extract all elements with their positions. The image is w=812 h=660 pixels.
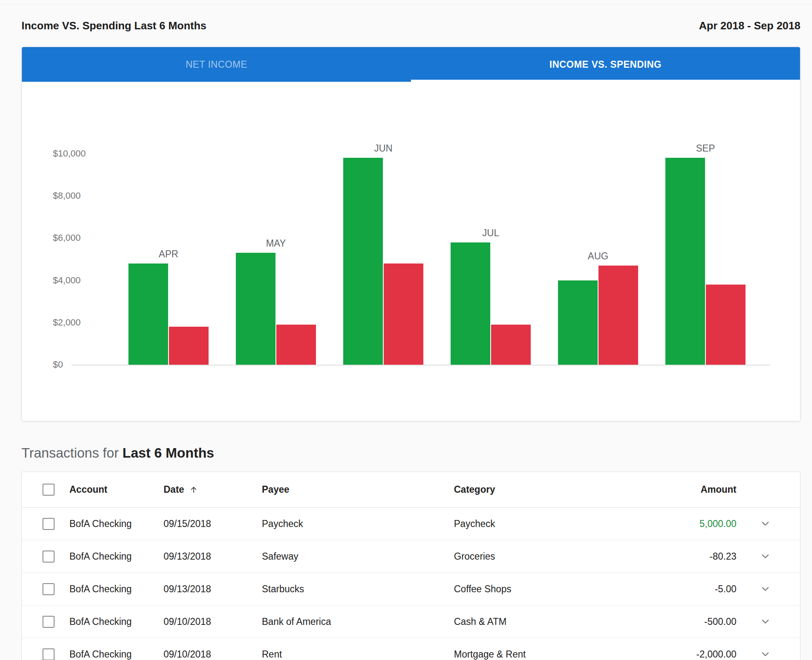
spending-bar[interactable] xyxy=(598,266,638,365)
column-header-amount[interactable]: Amount xyxy=(658,484,736,495)
month-label: SEP xyxy=(665,142,746,154)
income-bar[interactable] xyxy=(451,242,490,365)
month-label: MAY xyxy=(236,237,316,249)
cell-category: Cash & ATM xyxy=(454,616,658,627)
table-header-row: Account Date Payee Category Amount xyxy=(22,472,800,508)
row-checkbox[interactable] xyxy=(43,616,55,628)
table-row: BofA Checking09/13/2018StarbucksCoffee S… xyxy=(22,573,800,605)
cell-amount: 5,000.00 xyxy=(658,518,736,529)
month-label: AUG xyxy=(558,250,638,262)
cell-account: BofA Checking xyxy=(69,584,164,595)
cell-date: 09/13/2018 xyxy=(164,584,262,595)
month-label: JUN xyxy=(343,142,423,154)
date-range: Apr 2018 - Sep 2018 xyxy=(699,19,800,32)
table-row: BofA Checking09/10/2018RentMortgage & Re… xyxy=(22,638,800,660)
y-axis-label: $4,000 xyxy=(53,275,107,286)
cell-category: Mortgage & Rent xyxy=(454,649,658,660)
cell-date: 09/15/2018 xyxy=(164,518,262,529)
x-axis-line xyxy=(71,365,770,366)
table-row: BofA Checking09/10/2018Bank of AmericaCa… xyxy=(22,605,800,638)
income-bar[interactable] xyxy=(128,264,168,365)
cell-payee: Bank of America xyxy=(262,616,454,627)
cell-category: Groceries xyxy=(454,551,658,562)
tab-bar: NET INCOME INCOME VS. SPENDING xyxy=(22,47,800,82)
cell-category: Coffee Shops xyxy=(454,584,658,595)
cell-date: 09/10/2018 xyxy=(164,616,262,627)
income-bar[interactable] xyxy=(236,253,275,365)
income-bar[interactable] xyxy=(558,280,598,365)
chevron-down-icon[interactable] xyxy=(736,648,794,660)
y-axis-label: $6,000 xyxy=(53,232,107,244)
cell-account: BofA Checking xyxy=(69,649,164,660)
spending-bar[interactable] xyxy=(276,325,316,365)
sort-ascending-icon xyxy=(189,485,198,494)
spending-bar[interactable] xyxy=(384,264,423,365)
bar-chart: $10,000$8,000$6,000$4,000$2,000$0APRMAYJ… xyxy=(22,82,800,421)
income-bar[interactable] xyxy=(665,158,705,365)
cell-payee: Paycheck xyxy=(262,518,454,529)
top-divider xyxy=(0,4,812,5)
row-checkbox[interactable] xyxy=(43,518,55,530)
chevron-down-icon[interactable] xyxy=(736,616,794,627)
cell-account: BofA Checking xyxy=(69,616,164,627)
chevron-down-icon[interactable] xyxy=(736,583,794,595)
tab-net-income[interactable]: NET INCOME xyxy=(22,47,411,82)
column-header-payee[interactable]: Payee xyxy=(262,484,454,495)
page: Income VS. Spending Last 6 Months Apr 20… xyxy=(0,0,812,660)
cell-amount: -2,000.00 xyxy=(658,649,736,660)
chevron-down-icon[interactable] xyxy=(736,518,794,529)
income-bar[interactable] xyxy=(343,158,383,365)
transactions-title-prefix: Transactions for xyxy=(21,445,123,461)
y-axis-label: $8,000 xyxy=(53,190,107,202)
page-title: Income VS. Spending Last 6 Months xyxy=(21,19,207,32)
y-axis-label: $2,000 xyxy=(53,317,107,328)
row-checkbox[interactable] xyxy=(43,583,55,595)
cell-account: BofA Checking xyxy=(69,551,164,562)
column-header-date-label: Date xyxy=(164,484,184,495)
column-header-category[interactable]: Category xyxy=(454,484,658,495)
transactions-table: Account Date Payee Category Amount BofA … xyxy=(21,472,800,660)
table-row: BofA Checking09/13/2018SafewayGroceries-… xyxy=(22,540,800,573)
table-row: BofA Checking09/15/2018PaycheckPaycheck5… xyxy=(22,508,800,540)
chevron-down-icon[interactable] xyxy=(736,551,794,562)
column-header-account[interactable]: Account xyxy=(69,484,164,495)
transactions-title: Transactions for Last 6 Months xyxy=(21,445,800,461)
spending-bar[interactable] xyxy=(169,327,209,365)
row-checkbox[interactable] xyxy=(43,551,55,563)
cell-account: BofA Checking xyxy=(69,518,164,529)
column-header-date[interactable]: Date xyxy=(164,484,262,495)
cell-category: Paycheck xyxy=(454,518,658,529)
transactions-title-range: Last 6 Months xyxy=(123,445,214,461)
cell-amount: -500.00 xyxy=(658,616,736,627)
tab-income-vs-spending[interactable]: INCOME VS. SPENDING xyxy=(411,47,800,82)
table-body: BofA Checking09/15/2018PaycheckPaycheck5… xyxy=(22,508,800,660)
month-label: JUL xyxy=(451,227,531,239)
y-axis-label: $10,000 xyxy=(53,148,107,159)
row-checkbox[interactable] xyxy=(43,648,55,660)
spending-bar[interactable] xyxy=(491,325,531,365)
cell-payee: Rent xyxy=(262,649,454,660)
month-label: APR xyxy=(128,248,209,260)
cell-date: 09/13/2018 xyxy=(164,551,262,562)
cell-amount: -80.23 xyxy=(658,551,736,562)
page-header: Income VS. Spending Last 6 Months Apr 20… xyxy=(21,0,800,36)
cell-payee: Safeway xyxy=(262,551,454,562)
spending-bar[interactable] xyxy=(706,285,746,365)
select-all-checkbox[interactable] xyxy=(43,484,55,496)
cell-payee: Starbucks xyxy=(262,584,454,595)
cell-date: 09/10/2018 xyxy=(164,649,262,660)
chart-card: NET INCOME INCOME VS. SPENDING $10,000$8… xyxy=(21,47,800,421)
cell-amount: -5.00 xyxy=(658,584,736,595)
